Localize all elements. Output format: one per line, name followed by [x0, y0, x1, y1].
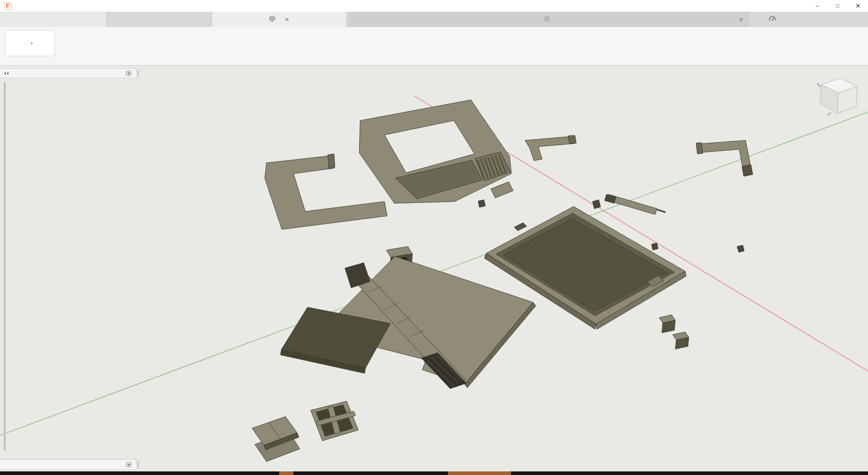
document-tab-active[interactable]: ✕ — [212, 12, 347, 27]
document-cube-icon — [269, 15, 276, 23]
chevron-down-icon: ▾ — [31, 41, 32, 45]
part-small-block-2[interactable] — [651, 243, 658, 250]
browser-scrollbar[interactable] — [4, 82, 6, 451]
close-button[interactable]: ✕ — [848, 0, 868, 12]
browser-panel-header[interactable] — [0, 68, 136, 78]
document-tabbar: ✕ ✕ — [0, 12, 868, 27]
job-status-badge[interactable] — [769, 12, 778, 27]
document-tab-inactive[interactable]: ✕ — [349, 12, 749, 27]
viewcube[interactable] — [805, 72, 864, 124]
panel-grip[interactable] — [138, 70, 139, 77]
job-status-icon — [769, 15, 776, 24]
minimize-button[interactable]: – — [807, 0, 827, 12]
tab-close-icon[interactable]: ✕ — [285, 16, 289, 23]
new-tab-button[interactable] — [752, 12, 765, 27]
canvas-background — [0, 66, 868, 471]
comment-bar[interactable] — [0, 459, 136, 470]
part-small-block-4[interactable] — [478, 200, 485, 207]
comment-options-icon[interactable] — [126, 462, 132, 468]
tab-close-icon[interactable]: ✕ — [739, 16, 744, 23]
timeline-marker — [279, 471, 294, 475]
collapse-panel-icon[interactable] — [4, 71, 9, 76]
panel-grip[interactable] — [138, 461, 139, 468]
titlebar: F – □ ✕ — [0, 0, 868, 12]
fusion-logo-icon: F — [4, 2, 12, 10]
quick-access-toolbar — [0, 12, 107, 27]
ribbon-toolbar: ▾ — [0, 27, 868, 66]
panel-options-icon[interactable] — [126, 70, 132, 76]
document-cube-icon — [543, 15, 550, 23]
timeline-strip — [0, 471, 868, 475]
workspace-dropdown[interactable]: ▾ — [5, 30, 55, 56]
maximize-button[interactable]: □ — [827, 0, 848, 12]
timeline-marker — [448, 471, 511, 475]
